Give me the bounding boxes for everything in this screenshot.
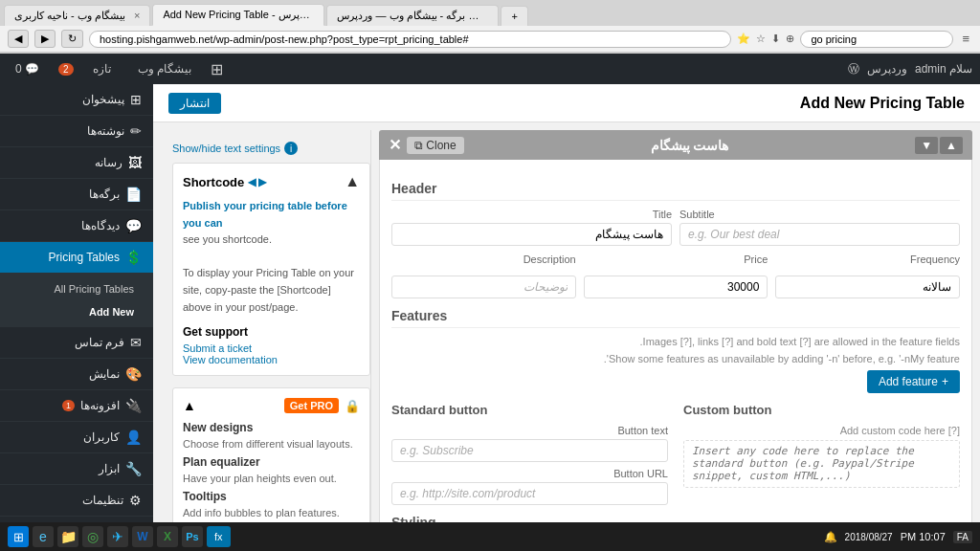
features-note-1: Images [?], links [?] and bold text [?] … [391,336,960,347]
wp-icon: Ⓦ [848,61,859,77]
taskbar-left: ⊞ e 📁 ◎ ✈ W X Ps fx [8,526,231,547]
shortcode-collapse-icon[interactable]: ▲ [345,173,360,190]
pages-icon: 📄 [125,187,142,202]
pricing-column-block: ▲ ▼ هاست پیشگام Clone ⧉ ✕ [379,130,972,551]
subtitle-input[interactable] [679,223,960,246]
editor-area: ▲ ▼ هاست پیشگام Clone ⧉ ✕ [379,130,972,551]
close-icon[interactable]: × [323,9,325,20]
browser-tab-3[interactable]: ویرایش برگه - بیشگام وب — وردپرس × [326,5,499,26]
refresh-button[interactable]: ↻ [61,30,83,48]
sidebar-item-pages[interactable]: 📄 برگه‌ها [0,179,153,210]
submit-ticket-link[interactable]: Submit a ticket [183,342,360,354]
forward-button[interactable]: ▶ [34,30,56,48]
sidebar-item-plugins[interactable]: 🔌 افزونه‌ها 1 [0,390,153,422]
sidebar-sub-all-pricing[interactable]: All Pricing Tables [0,277,153,300]
close-icon[interactable]: × [134,10,140,21]
ie-button[interactable]: e [33,526,54,547]
column-arrows: ▲ ▼ [915,137,963,154]
price-input[interactable] [584,276,768,298]
site-name[interactable]: بیشگام وب [130,54,199,84]
column-header: ▲ ▼ هاست پیشگام Clone ⧉ ✕ [379,130,972,160]
new-designs-desc: Choose from different visual layouts. [183,438,360,450]
dashboard-icon: ⊞ [130,92,142,107]
shortcode-title: Shortcode ◀ ▶ ▲ [183,173,360,190]
button-url-label: Button URL [391,468,668,479]
menu-icon[interactable]: ≡ [959,30,972,48]
desc-label-col: Description [391,253,576,268]
updates-badge: 2 [58,63,74,76]
show-hide-link[interactable]: Show/hide text settings i [172,142,370,155]
taskbar-date: 2018/08/27 [845,532,893,542]
custom-button-label: Custom button [683,403,960,417]
add-feature-button[interactable]: Add feature + [867,370,960,393]
content-area: Add New Pricing Table انتشار Show/hide t… [153,84,980,551]
sidebar-item-appearance[interactable]: 🎨 نمایش [0,359,153,390]
sidebar-item-posts[interactable]: ✏ نوشته‌ها [0,116,153,147]
taskbar-notification-icon: 🔔 [824,531,837,543]
plan-equalizer-heading: Plan equalizer [183,455,360,469]
excel-button[interactable]: X [157,526,178,547]
firefox-button[interactable]: fx [207,526,231,547]
sidebar-item-comments[interactable]: 💬 دیدگاه‌ها [0,210,153,242]
admin-bar: ⊞ بیشگام وب تازه 2 💬 0 سلام admin وردپرس… [0,54,980,84]
ps-icon: Ps [186,531,198,542]
sidebar-item-users[interactable]: 👤 کاربران [0,422,153,453]
new-designs-heading: New designs [183,421,360,434]
sidebar-item-settings[interactable]: ⚙ تنظیمات [0,485,153,517]
column-title: هاست پیشگام [651,138,729,153]
contact-icon: ✉ [130,335,142,350]
sidebar-item-contact[interactable]: ✉ فرم تماس [0,327,153,359]
sidebar-item-tools[interactable]: 🔧 ابزار [0,453,153,485]
url-input[interactable] [89,31,731,48]
taskbar: ⊞ e 📁 ◎ ✈ W X Ps fx FA 10:07 PM 2018/08/… [0,522,980,551]
media-icon: 🖼 [128,155,142,170]
explorer-button[interactable]: 📁 [57,526,78,547]
sidebar-sub-add-new[interactable]: Add New [0,300,153,323]
arrow-down-button[interactable]: ▼ [915,137,938,154]
arrow-up-button[interactable]: ▲ [940,137,963,154]
title-input[interactable] [391,223,672,246]
new-item[interactable]: تازه [85,54,119,84]
back-button[interactable]: ◀ [8,30,29,48]
telegram-button[interactable]: ✈ [107,526,128,547]
subtitle-label: Subtitle [679,209,960,220]
view-docs-link[interactable]: View documentation [183,354,360,365]
chrome-button[interactable]: ◎ [82,526,103,547]
start-button[interactable]: ⊞ [8,526,29,547]
sidebar-item-dashboard[interactable]: ⊞ پیشخوان [0,84,153,116]
browser-tab-2[interactable]: Add New Pricing Table - وردپرس × [152,4,324,26]
pro-badge: Get PRO [284,398,339,413]
title-subtitle-row: Title Subtitle [391,209,960,246]
clone-button[interactable]: Clone ⧉ [407,137,464,154]
word-icon: W [137,530,147,543]
folder-icon: 📁 [60,529,77,544]
photoshop-button[interactable]: Ps [182,526,203,547]
freq-input-col [775,276,960,298]
custom-code-input[interactable] [683,440,960,488]
shortcode-arrows[interactable]: ◀ ▶ [248,176,266,188]
button-text-input[interactable] [391,439,668,462]
frequency-input[interactable] [775,276,960,298]
sidebar-item-pricing[interactable]: 💲 Pricing Tables [0,242,153,274]
browser-search-input[interactable] [800,31,953,48]
pricing-icon: 💲 [125,250,142,265]
close-column-button[interactable]: ✕ [389,136,401,154]
new-tab-button[interactable]: + [501,6,527,26]
freq-label-col: Frequency [775,253,960,268]
browser-tab-1[interactable]: بیشگام وب - ناحیه کاربری × [4,5,150,26]
publish-button[interactable]: انتشار [168,93,221,114]
shortcode-content: Publish your pricing table before you ca… [183,198,360,316]
sidebar-item-media[interactable]: 🖼 رسانه [0,147,153,179]
download-icon: ⬇ [771,33,780,45]
taskbar-time: 10:07 PM [901,531,946,542]
chrome-icon: ◎ [87,529,99,544]
telegram-icon: ✈ [112,529,123,544]
wp-logo[interactable]: ⊞ [211,60,223,78]
pro-collapse-icon[interactable]: ▲ [183,398,196,413]
main-layout: Show/hide text settings i Shortcode ◀ ▶ … [153,122,980,551]
tooltips-heading: Tooltips [183,490,360,503]
button-url-input[interactable] [391,482,668,505]
word-button[interactable]: W [132,526,153,547]
description-input[interactable] [391,276,576,298]
sidebar: ⊞ پیشخوان ✏ نوشته‌ها 🖼 رسانه 📄 برگه‌ها 💬… [0,84,153,551]
